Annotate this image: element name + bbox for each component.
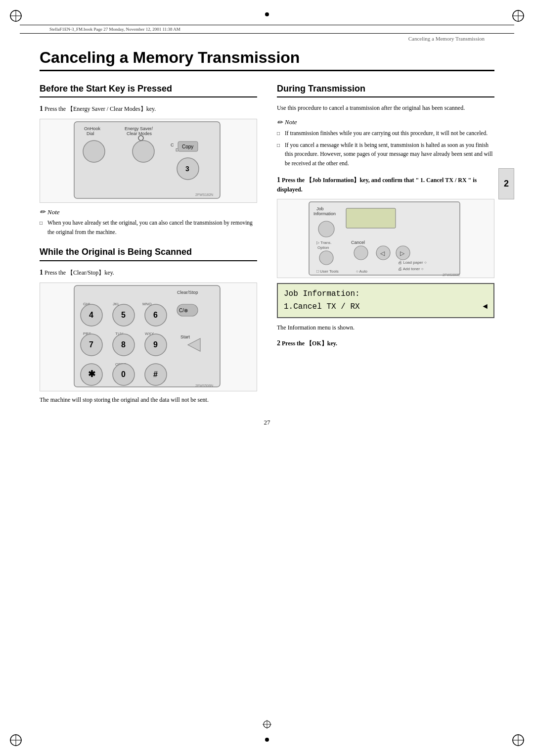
note-during-transmission: Note If transmission finishes while you … bbox=[277, 118, 494, 168]
during-transmission-heading: During Transmission bbox=[277, 83, 494, 97]
svg-text:2FWS080E: 2FWS080E bbox=[443, 273, 460, 277]
svg-text:3: 3 bbox=[185, 165, 189, 173]
svg-text:#: # bbox=[153, 370, 158, 378]
step2-during-number: 2 bbox=[277, 339, 280, 347]
scanning-body-text: The machine will stop storing the origin… bbox=[40, 395, 257, 405]
svg-text:Energy Saver/: Energy Saver/ bbox=[125, 126, 153, 131]
page-number: 27 bbox=[40, 419, 494, 436]
top-center-mark bbox=[264, 11, 270, 20]
note-item-2a: If transmission finishes while you are c… bbox=[277, 129, 494, 138]
svg-text:5: 5 bbox=[121, 311, 126, 319]
lcd-display: Job Information: 1.Cancel TX / RX ◄ bbox=[277, 283, 494, 318]
note-item-1: When you have already set the original, … bbox=[40, 218, 257, 236]
svg-text:Job: Job bbox=[316, 206, 324, 211]
reg-mark-bottom-right bbox=[511, 733, 525, 747]
lcd-line2: 1.Cancel TX / RX bbox=[284, 301, 360, 314]
lcd-line1: Job Information: bbox=[284, 288, 488, 301]
svg-point-13 bbox=[265, 738, 269, 742]
chapter-number: 2 bbox=[504, 179, 509, 189]
svg-text:Clear/Stop: Clear/Stop bbox=[177, 290, 198, 295]
svg-text:✱: ✱ bbox=[88, 369, 95, 379]
svg-text:Cancel: Cancel bbox=[351, 240, 365, 245]
note-title-1: Note bbox=[40, 208, 257, 216]
svg-text:Clear Modes: Clear Modes bbox=[127, 131, 152, 136]
energy-saver-keypad-image: OnHook Dial Energy Saver/ Clear Modes C … bbox=[40, 119, 257, 203]
chapter-title: Canceling a Memory Transmission bbox=[40, 48, 494, 71]
svg-text:C/⊗: C/⊗ bbox=[179, 308, 188, 313]
svg-text:Dial: Dial bbox=[87, 131, 94, 136]
lcd-arrow: ◄ bbox=[483, 301, 488, 314]
svg-text:OnHook: OnHook bbox=[84, 126, 101, 131]
step2-during-instruction: Press the 【OK】key. bbox=[282, 340, 337, 347]
svg-point-21 bbox=[133, 141, 154, 162]
right-column: During Transmission Use this procedure t… bbox=[277, 83, 494, 409]
main-content: Canceling a Memory Transmission Before t… bbox=[30, 44, 504, 441]
section-while-scanning-heading: While the Original is Being Scanned bbox=[40, 246, 257, 261]
clear-stop-keypad-image: Clear/Stop GHI 4 JKL 5 MNO 6 C/⊗ bbox=[40, 283, 257, 391]
step1-during-instruction: Press the 【Job Information】key, and conf… bbox=[277, 177, 477, 193]
svg-point-12 bbox=[265, 12, 269, 16]
bottom-center-mark bbox=[264, 736, 270, 745]
svg-text:▷ Trans.: ▷ Trans. bbox=[316, 240, 331, 245]
note-before-start: Note When you have already set the origi… bbox=[40, 208, 257, 236]
svg-text:◁: ◁ bbox=[380, 250, 385, 257]
step1-scan-number: 1 bbox=[40, 269, 43, 276]
svg-text:9: 9 bbox=[153, 340, 158, 349]
section-before-start-heading: Before the Start Key is Pressed bbox=[40, 83, 257, 97]
page-header: Canceling a Memory Transmission bbox=[20, 34, 514, 44]
svg-text:C: C bbox=[171, 142, 174, 147]
svg-text:4: 4 bbox=[89, 311, 93, 319]
svg-text:6: 6 bbox=[153, 311, 158, 319]
reg-mark-top-right bbox=[511, 9, 525, 23]
svg-point-70 bbox=[354, 246, 368, 260]
svg-point-64 bbox=[318, 221, 334, 237]
section-while-scanning: While the Original is Being Scanned 1 Pr… bbox=[40, 246, 257, 405]
svg-text:2FWS506N: 2FWS506N bbox=[195, 384, 213, 387]
svg-text:8: 8 bbox=[121, 340, 126, 349]
reg-mark-top-left bbox=[9, 9, 23, 23]
section-before-start: Before the Start Key is Pressed 1 Press … bbox=[40, 83, 257, 236]
svg-text:2FWS182N: 2FWS182N bbox=[195, 193, 213, 196]
svg-point-17 bbox=[83, 141, 105, 162]
step1-text: Press the 【Energy Saver / Clear Modes】ke… bbox=[44, 105, 156, 112]
note-title-2: Note bbox=[277, 118, 494, 127]
step1-during-number: 1 bbox=[277, 176, 280, 184]
left-column: Before the Start Key is Pressed 1 Press … bbox=[40, 83, 257, 409]
section-title-header: Canceling a Memory Transmission bbox=[408, 36, 485, 42]
job-information-panel-image: Job Information ▷ Trans. Option Cancel bbox=[277, 199, 494, 278]
file-info-text: StellaF1EN-3_FM.book Page 27 Monday, Nov… bbox=[49, 27, 180, 32]
reg-mark-bottom-left bbox=[9, 733, 23, 747]
step1-during: 1 Press the 【Job Information】key, and co… bbox=[277, 175, 494, 332]
chapter-tab: 2 bbox=[498, 168, 514, 199]
svg-text:▷: ▷ bbox=[400, 250, 405, 257]
svg-text:Copy: Copy bbox=[182, 144, 193, 149]
step2-during: 2 Press the 【OK】key. bbox=[277, 338, 494, 348]
svg-rect-65 bbox=[346, 208, 396, 228]
header-strip: StellaF1EN-3_FM.book Page 27 Monday, Nov… bbox=[20, 25, 514, 34]
step2-during-text: 2 Press the 【OK】key. bbox=[277, 338, 494, 348]
svg-text:🖨 Add toner ○: 🖨 Add toner ○ bbox=[398, 267, 424, 271]
bottom-crosshair bbox=[262, 719, 272, 731]
step1-during-text: 1 Press the 【Job Information】key, and co… bbox=[277, 175, 494, 194]
step1-while-scanning: 1 Press the 【Clear/Stop】key. bbox=[40, 267, 257, 278]
step1-number: 1 bbox=[40, 105, 43, 112]
step1-scan-text: Press the 【Clear/Stop】key. bbox=[44, 269, 114, 276]
lcd-line2-row: 1.Cancel TX / RX ◄ bbox=[284, 301, 488, 314]
svg-text:Start: Start bbox=[180, 334, 190, 339]
svg-text:0: 0 bbox=[121, 370, 126, 378]
svg-text:🖨 Load paper ○: 🖨 Load paper ○ bbox=[398, 260, 427, 265]
svg-point-68 bbox=[319, 251, 333, 265]
step1-before-start: 1 Press the 【Energy Saver / Clear Modes】… bbox=[40, 103, 257, 114]
two-column-layout: Before the Start Key is Pressed 1 Press … bbox=[40, 83, 494, 409]
svg-text:Information: Information bbox=[313, 211, 336, 216]
svg-text:○ Auto: ○ Auto bbox=[356, 269, 368, 274]
info-menu-text: The Information menu is shown. bbox=[277, 323, 494, 332]
svg-text:7: 7 bbox=[89, 340, 93, 349]
svg-text:□ User Tools: □ User Tools bbox=[316, 269, 339, 274]
note-item-2b: If you cancel a message while it is bein… bbox=[277, 141, 494, 168]
during-transmission-intro: Use this procedure to cancel a transmiss… bbox=[277, 103, 494, 113]
svg-text:Option: Option bbox=[317, 245, 329, 250]
section-during-transmission: During Transmission Use this procedure t… bbox=[277, 83, 494, 168]
